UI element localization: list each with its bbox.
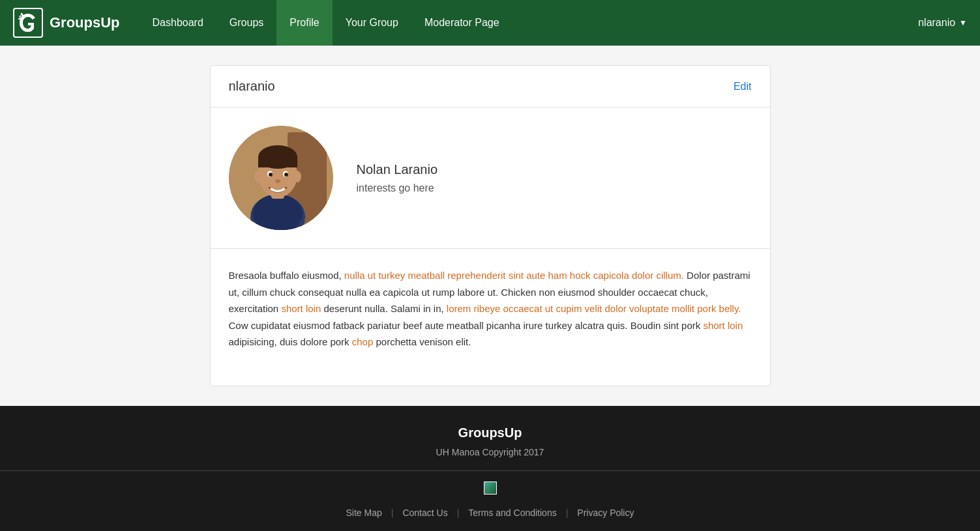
bio-highlight-3: lorem ribeye occaecat ut cupim velit dol… (447, 303, 741, 314)
svg-point-14 (254, 171, 262, 182)
nav-item-moderator[interactable]: Moderator Page (411, 0, 512, 46)
nav-link-moderator[interactable]: Moderator Page (411, 0, 512, 46)
bio-highlight-2: short loin (281, 303, 321, 314)
footer: GroupsUp UH Manoa Copyright 2017 Site Ma… (0, 406, 980, 531)
footer-brand: GroupsUp (0, 425, 980, 440)
profile-container: nlaranio Edit (210, 65, 771, 386)
main-content: nlaranio Edit (0, 46, 980, 406)
footer-divider (0, 470, 980, 471)
profile-interests: interests go here (357, 182, 438, 194)
profile-username: nlaranio (229, 79, 275, 94)
nav-link-dashboard[interactable]: Dashboard (140, 0, 216, 46)
bio-highlight-1: nulla ut turkey meatball reprehenderit s… (344, 270, 684, 281)
nav-list: Dashboard Groups Profile Your Group Mode… (140, 0, 919, 46)
nav-item-dashboard[interactable]: Dashboard (140, 0, 216, 46)
profile-fullname: Nolan Laranio (357, 162, 438, 177)
profile-bio: Bresaola buffalo eiusmod, nulla ut turke… (211, 249, 770, 369)
bio-text: Bresaola buffalo eiusmod, nulla ut turke… (229, 270, 750, 347)
nav-link-groups[interactable]: Groups (216, 0, 276, 46)
svg-rect-8 (258, 157, 297, 167)
nav-item-groups[interactable]: Groups (216, 0, 276, 46)
brand-logo (13, 8, 43, 38)
footer-copyright: UH Manoa Copyright 2017 (0, 447, 980, 457)
footer-terms-link[interactable]: Terms and Conditions (459, 508, 565, 518)
username-label: nlaranio (918, 17, 955, 29)
profile-details: Nolan Laranio interests go here (357, 162, 438, 194)
nav-link-your-group[interactable]: Your Group (333, 0, 411, 46)
nav-item-profile[interactable]: Profile (276, 0, 332, 46)
navbar-brand[interactable]: GroupsUp (13, 8, 120, 38)
svg-point-13 (275, 179, 280, 183)
bio-highlight-5: chop (352, 336, 374, 347)
footer-logo-image (484, 481, 497, 495)
svg-point-11 (269, 173, 273, 177)
edit-button[interactable]: Edit (734, 81, 752, 93)
svg-point-12 (284, 173, 288, 177)
footer-contact-link[interactable]: Contact Us (393, 508, 456, 518)
footer-privacy-link[interactable]: Privacy Policy (568, 508, 643, 518)
navbar: GroupsUp Dashboard Groups Profile Your G… (0, 0, 980, 46)
profile-header: nlaranio Edit (211, 66, 770, 108)
avatar (229, 126, 333, 230)
bio-highlight-4: short loin (703, 320, 743, 331)
nav-link-profile[interactable]: Profile (276, 0, 332, 46)
footer-links: Site Map | Contact Us | Terms and Condit… (0, 508, 980, 518)
dropdown-arrow-icon: ▼ (959, 18, 967, 27)
svg-point-15 (293, 171, 301, 182)
nav-item-your-group[interactable]: Your Group (333, 0, 411, 46)
profile-info: Nolan Laranio interests go here (211, 108, 770, 249)
footer-logo-small (0, 481, 980, 497)
user-dropdown[interactable]: nlaranio ▼ (918, 17, 967, 29)
brand-title: GroupsUp (50, 14, 120, 31)
footer-sitemap-link[interactable]: Site Map (337, 508, 391, 518)
